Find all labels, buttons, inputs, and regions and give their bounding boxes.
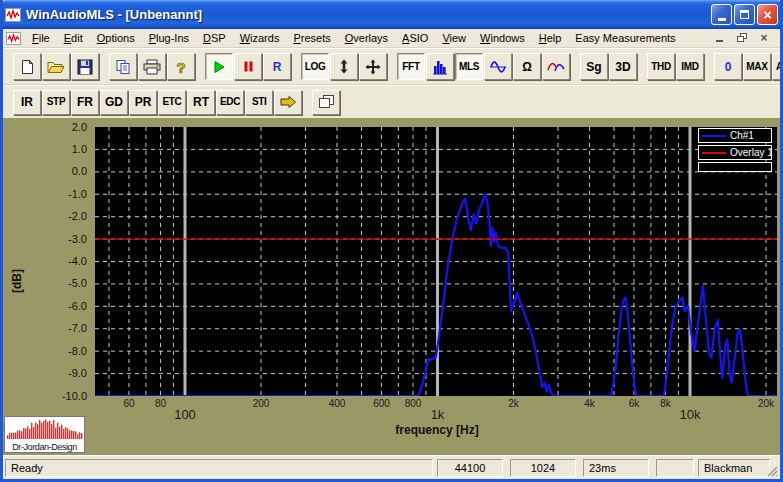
- plot-canvas: [95, 127, 777, 396]
- legend-line-sample: [702, 135, 726, 137]
- dr-jordan-design-logo: Dr-Jordan-Design: [4, 416, 85, 453]
- menu-item-view[interactable]: View: [435, 29, 473, 48]
- menu-item-edit[interactable]: Edit: [57, 29, 90, 48]
- legend-entry-overlay-1: Overlay 1: [698, 145, 772, 160]
- max-label: MAX: [746, 62, 767, 72]
- menu-items: FileEditOptionsPlug-InsDSPWizardsPresets…: [25, 29, 683, 48]
- menu-item-windows[interactable]: Windows: [473, 29, 532, 48]
- mdi-close-button[interactable]: ×: [756, 32, 772, 45]
- close-button[interactable]: ×: [757, 4, 778, 25]
- zero-button[interactable]: 0: [714, 53, 742, 80]
- signal-generator-label: Sg: [586, 61, 601, 73]
- save-icon: [77, 59, 93, 75]
- menu-item-options[interactable]: Options: [90, 29, 142, 48]
- max-button[interactable]: MAX: [743, 53, 771, 80]
- status-bar: Ready 44100 1024 23ms Blackman: [3, 455, 780, 479]
- impulse-response-label: IR: [21, 96, 33, 108]
- scope-mode-button[interactable]: [484, 53, 512, 80]
- x-tick-label: 800: [405, 398, 422, 409]
- log-scale-button[interactable]: LOG: [301, 53, 329, 80]
- 3d-view-label: 3D: [615, 61, 630, 73]
- y-tick-label: -5.0: [3, 277, 87, 290]
- fft-mode-button[interactable]: FFT: [397, 53, 425, 80]
- x-tick-label: 100: [174, 407, 196, 422]
- maximize-button[interactable]: [734, 4, 755, 25]
- resize-grip[interactable]: [765, 464, 779, 478]
- pan-button[interactable]: [359, 53, 387, 80]
- series-ch-1: [95, 194, 777, 396]
- transfer-mode-button[interactable]: [542, 53, 570, 80]
- menu-item-help[interactable]: Help: [532, 29, 569, 48]
- minimize-icon: [718, 18, 726, 21]
- record-label: R: [273, 61, 282, 73]
- x-tick-label: 10k: [680, 407, 701, 422]
- print-icon: [143, 59, 161, 75]
- svg-text:?: ?: [176, 59, 185, 75]
- thd-button[interactable]: THD: [647, 53, 675, 80]
- menu-item-file[interactable]: File: [25, 29, 57, 48]
- step-response-button[interactable]: STP: [42, 90, 70, 115]
- imd-button[interactable]: IMD: [676, 53, 704, 80]
- new-file-button[interactable]: [13, 53, 41, 80]
- vertical-zoom-button[interactable]: [330, 53, 358, 80]
- signal-generator-button[interactable]: Sg: [580, 53, 608, 80]
- open-file-button[interactable]: [42, 53, 70, 80]
- minimize-button[interactable]: [711, 4, 732, 25]
- speech-transmission-index-button[interactable]: STI: [245, 90, 273, 115]
- menu-item-dsp[interactable]: DSP: [196, 29, 233, 48]
- save-file-button[interactable]: [71, 53, 99, 80]
- spectrum-mode-button[interactable]: [426, 53, 454, 80]
- y-tick-label: -1.0: [3, 188, 87, 201]
- menu-item-overlays[interactable]: Overlays: [338, 29, 395, 48]
- energy-time-curve-label: ETC: [162, 97, 181, 107]
- menu-item-presets[interactable]: Presets: [286, 29, 337, 48]
- fft-mode-label: FFT: [402, 62, 419, 72]
- menu-item-easy-measurements[interactable]: Easy Measurements: [568, 29, 682, 48]
- x-tick-label: 4k: [584, 398, 595, 409]
- impulse-response-button[interactable]: IR: [13, 90, 41, 115]
- close-icon: ×: [763, 8, 771, 22]
- print-button[interactable]: [138, 53, 166, 80]
- plot-area[interactable]: [95, 127, 777, 396]
- mls-mode-button[interactable]: MLS: [455, 53, 483, 80]
- export-button[interactable]: [274, 90, 302, 115]
- pause-button[interactable]: [234, 53, 262, 80]
- x-tick-label: 2k: [508, 398, 519, 409]
- open-folder-icon: [47, 60, 65, 74]
- frequency-response-button[interactable]: FR: [71, 90, 99, 115]
- menu-item-plug-ins[interactable]: Plug-Ins: [142, 29, 196, 48]
- mdi-restore-button[interactable]: [734, 32, 750, 45]
- play-button[interactable]: [205, 53, 233, 80]
- legend-label: Ch#1: [730, 130, 754, 141]
- energy-decay-curve-button[interactable]: EDC: [216, 90, 244, 115]
- phase-response-label: PR: [135, 96, 152, 108]
- avg-button[interactable]: AVG: [772, 53, 783, 80]
- chart-area: [dB] Ch#1Overlay 1 frequency [Hz] Dr-Jor…: [3, 118, 780, 455]
- impedance-mode-button[interactable]: Ω: [513, 53, 541, 80]
- speech-transmission-index-label: STI: [252, 97, 267, 107]
- energy-time-curve-button[interactable]: ETC: [158, 90, 186, 115]
- zero-label: 0: [725, 61, 732, 73]
- y-tick-label: -4.0: [3, 255, 87, 268]
- phase-response-button[interactable]: PR: [129, 90, 157, 115]
- title-bar: WinAudioMLS - [Unbenannt] ×: [0, 0, 783, 29]
- menu-item-asio[interactable]: ASIO: [395, 29, 435, 48]
- reverb-time-label: RT: [193, 96, 209, 108]
- frequency-response-label: FR: [77, 96, 93, 108]
- reverb-time-button[interactable]: RT: [187, 90, 215, 115]
- mdi-minimize-button[interactable]: [712, 32, 728, 45]
- new-window-button[interactable]: [312, 90, 340, 115]
- pan-icon: [365, 59, 381, 75]
- record-button[interactable]: R: [263, 53, 291, 80]
- group-delay-button[interactable]: GD: [100, 90, 128, 115]
- copy-button[interactable]: [109, 53, 137, 80]
- 3d-view-button[interactable]: 3D: [609, 53, 637, 80]
- help-button[interactable]: ?: [167, 53, 195, 80]
- status-message: Ready: [5, 459, 433, 477]
- legend: Ch#1Overlay 1: [698, 128, 772, 174]
- help-icon: ?: [174, 59, 188, 75]
- x-tick-label: 60: [123, 398, 134, 409]
- x-tick-label: 400: [329, 398, 346, 409]
- window-title: WinAudioMLS - [Unbenannt]: [26, 7, 709, 22]
- menu-item-wizards[interactable]: Wizards: [233, 29, 287, 48]
